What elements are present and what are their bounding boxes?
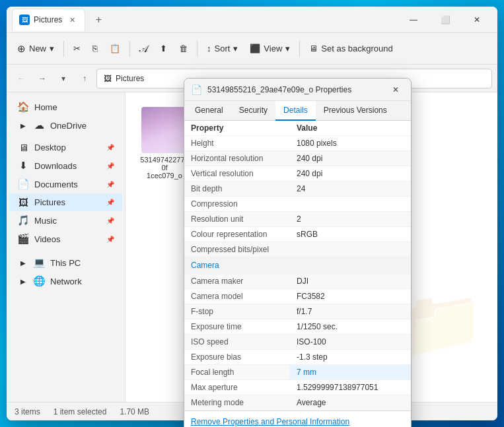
- up-button[interactable]: ↑: [75, 69, 94, 88]
- share-icon: ⬆: [160, 44, 167, 53]
- prop-label: Exposure time: [184, 319, 290, 335]
- sidebar-item-label: Music: [34, 216, 57, 226]
- table-row: Height 1080 pixels: [184, 136, 411, 151]
- prop-label: Colour representation: [184, 227, 290, 242]
- back-button[interactable]: ←: [12, 69, 30, 88]
- properties-dialog: 📄 53149855216_29ae47e09e_o Properties ✕ …: [184, 78, 412, 427]
- new-icon: ⊕: [17, 43, 26, 55]
- tab-security[interactable]: Security: [231, 101, 275, 121]
- sort-label: Sort: [215, 44, 231, 53]
- sidebar-item-downloads[interactable]: ⬇ Downloads 📌: [9, 156, 122, 175]
- view-button[interactable]: ⬛ View ▾: [244, 37, 295, 61]
- prop-value: -1.3 step: [290, 350, 411, 365]
- tab-close-button[interactable]: ✕: [66, 14, 78, 26]
- paste-button[interactable]: 📋: [104, 37, 126, 61]
- view-dropdown-icon: ▾: [285, 44, 290, 53]
- path-icon: 🖼: [104, 74, 112, 83]
- prop-value: f/1.7: [290, 304, 411, 319]
- sidebar-item-onedrive[interactable]: ▶ ☁ OneDrive: [9, 116, 122, 135]
- dialog-title-text: 53149855216_29ae47e09e_o Properties: [207, 85, 382, 94]
- sidebar-item-thispc[interactable]: ▶ 💻 This PC: [9, 253, 122, 272]
- dialog-close-button[interactable]: ✕: [387, 81, 404, 98]
- background-folder-icon: 📁: [402, 284, 484, 362]
- sort-button[interactable]: ↕ Sort ▾: [201, 37, 243, 61]
- tab-label: Pictures: [34, 15, 62, 24]
- pin-icon: 📌: [106, 217, 114, 224]
- delete-icon: 🗑: [179, 44, 188, 53]
- new-tab-button[interactable]: +: [89, 11, 108, 29]
- videos-icon: 🎬: [17, 233, 29, 245]
- rename-button[interactable]: 𝒜: [134, 37, 153, 61]
- sidebar-item-videos[interactable]: 🎬 Videos 📌: [9, 230, 122, 248]
- tab-general[interactable]: General: [187, 101, 231, 121]
- close-button[interactable]: ✕: [462, 9, 492, 30]
- prop-value: 1/1250 sec.: [290, 319, 411, 335]
- sidebar-item-label: Home: [34, 102, 57, 112]
- cut-icon: ✂: [73, 44, 81, 53]
- separator-1: [63, 41, 64, 57]
- prop-label: Bit depth: [184, 181, 290, 197]
- cut-button[interactable]: ✂: [68, 37, 86, 61]
- dialog-title-icon: 📄: [191, 84, 202, 95]
- prop-value: 24: [290, 181, 411, 197]
- tab-details[interactable]: Details: [275, 101, 316, 121]
- separator-2: [129, 41, 130, 57]
- table-row: ISO speed ISO-100: [184, 335, 411, 350]
- prop-label: Compressed bits/pixel: [184, 242, 290, 257]
- table-row: Horizontal resolution 240 dpi: [184, 151, 411, 166]
- prop-label: Focal length: [184, 365, 290, 380]
- prop-value: Average: [290, 395, 411, 411]
- sort-dropdown-icon: ▾: [233, 44, 238, 53]
- delete-button[interactable]: 🗑: [174, 37, 193, 61]
- share-button[interactable]: ⬆: [155, 37, 172, 61]
- minimize-button[interactable]: —: [398, 9, 429, 30]
- copy-icon: ⎘: [92, 44, 98, 53]
- table-row: Compressed bits/pixel: [184, 242, 411, 257]
- item-count: 3 items: [15, 407, 40, 416]
- pin-icon: 📌: [106, 181, 114, 188]
- sidebar-item-music[interactable]: 🎵 Music 📌: [9, 211, 122, 230]
- new-button[interactable]: ⊕ New ▾: [12, 37, 59, 61]
- table-row: Camera model FC3582: [184, 289, 411, 304]
- sidebar-item-network[interactable]: ▶ 🌐 Network: [9, 272, 122, 290]
- recent-locations-button[interactable]: ▾: [54, 69, 73, 88]
- prop-label: Compression: [184, 197, 290, 212]
- pin-icon: 📌: [106, 162, 114, 170]
- sidebar-item-home[interactable]: 🏠 Home: [9, 98, 122, 116]
- prop-value: [290, 197, 411, 212]
- prop-label: Camera maker: [184, 274, 290, 289]
- copy-button[interactable]: ⎘: [87, 37, 103, 61]
- sidebar-item-pictures[interactable]: 🖼 Pictures 📌: [9, 193, 122, 211]
- title-bar: 🖼 Pictures ✕ + — ⬜ ✕: [7, 7, 497, 33]
- prop-value: 1.52999997138977051: [290, 380, 411, 395]
- dialog-title-bar: 📄 53149855216_29ae47e09e_o Properties ✕: [184, 79, 411, 101]
- tab-previous-versions[interactable]: Previous Versions: [316, 101, 395, 121]
- table-row: Max aperture 1.52999997138977051: [184, 380, 411, 395]
- sidebar-item-label: Pictures: [34, 197, 65, 207]
- table-row: Camera maker DJI: [184, 274, 411, 289]
- table-row: Colour representation sRGB: [184, 227, 411, 242]
- prop-label: F-stop: [184, 304, 290, 319]
- sidebar-item-documents[interactable]: 📄 Documents 📌: [9, 175, 122, 193]
- setbg-label: Set as background: [321, 44, 392, 53]
- table-row: Focal length 7 mm: [184, 365, 411, 380]
- setbg-button[interactable]: 🖥 Set as background: [304, 37, 398, 61]
- maximize-button[interactable]: ⬜: [430, 9, 460, 30]
- onedrive-expand-icon: ▶: [17, 122, 29, 129]
- prop-label: Metering mode: [184, 395, 290, 411]
- sidebar-item-desktop[interactable]: 🖥 Desktop 📌: [9, 139, 122, 156]
- desktop-icon: 🖥: [17, 142, 29, 153]
- prop-label: Vertical resolution: [184, 166, 290, 181]
- pin-icon: 📌: [106, 199, 114, 206]
- explorer-tab[interactable]: 🖼 Pictures ✕: [12, 9, 85, 31]
- sidebar-item-label: Downloads: [34, 161, 77, 171]
- file-size: 1.70 MB: [120, 407, 149, 416]
- sidebar-item-label: Network: [50, 277, 82, 286]
- separator-4: [299, 41, 300, 57]
- remove-properties-link[interactable]: Remove Properties and Personal Informati…: [191, 417, 349, 426]
- forward-button[interactable]: →: [33, 69, 52, 88]
- expand-icon: ▶: [17, 278, 29, 285]
- setbg-icon: 🖥: [309, 44, 318, 53]
- tab-icon: 🖼: [19, 15, 30, 25]
- new-label: New: [29, 44, 46, 53]
